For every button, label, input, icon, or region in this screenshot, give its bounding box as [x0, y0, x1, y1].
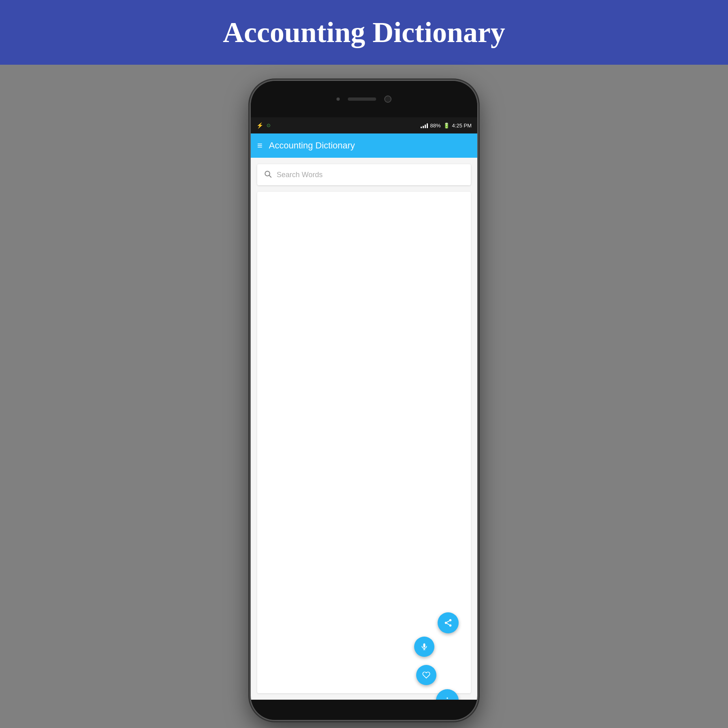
screen-content: Search Words: [251, 158, 477, 700]
svg-point-10: [447, 698, 448, 699]
svg-point-4: [449, 624, 452, 627]
earpiece: [348, 97, 376, 101]
favorite-button[interactable]: [416, 665, 436, 685]
clock: 4:25 PM: [452, 123, 472, 129]
share-button[interactable]: [438, 612, 459, 633]
battery-percentage: 88%: [430, 123, 441, 129]
signal-bar-1: [421, 127, 422, 128]
app-toolbar: ≡ Accounting Dictionary: [251, 133, 477, 158]
hamburger-menu-icon[interactable]: ≡: [257, 140, 262, 151]
front-camera: [384, 95, 392, 103]
signal-strength-icon: [421, 123, 428, 128]
search-placeholder[interactable]: Search Words: [277, 171, 323, 179]
content-card: [257, 192, 471, 693]
search-box[interactable]: Search Words: [257, 164, 471, 185]
svg-point-3: [445, 622, 447, 624]
usb-icon: ⚡: [256, 122, 263, 129]
battery-icon: 🔋: [443, 123, 450, 129]
phone-top-bezel: [251, 81, 477, 117]
status-right-info: 88% 🔋 4:25 PM: [421, 123, 472, 129]
svg-point-2: [449, 619, 452, 622]
signal-bar-4: [427, 123, 428, 128]
banner-title: Accounting Dictionary: [223, 16, 505, 49]
svg-line-5: [447, 623, 449, 625]
notification-icon: ⊙: [267, 123, 271, 128]
front-sensor: [336, 97, 340, 101]
status-left-icons: ⚡ ⊙: [256, 122, 271, 129]
phone-bottom-bezel: [251, 700, 477, 720]
signal-bar-2: [423, 126, 424, 128]
mic-button[interactable]: [414, 637, 434, 657]
background-area: ⚡ ⊙ 88% 🔋 4:25 PM ≡ Accounting Dictionar…: [0, 65, 728, 728]
search-icon: [264, 170, 272, 180]
status-bar: ⚡ ⊙ 88% 🔋 4:25 PM: [251, 117, 477, 133]
svg-line-1: [269, 175, 271, 177]
more-options-button[interactable]: [436, 689, 459, 700]
top-banner: Accounting Dictionary: [0, 0, 728, 65]
app-title: Accounting Dictionary: [269, 140, 355, 151]
signal-bar-3: [425, 125, 426, 128]
svg-rect-7: [423, 643, 425, 648]
svg-line-6: [447, 621, 449, 622]
search-container: Search Words: [251, 158, 477, 188]
phone-device: ⚡ ⊙ 88% 🔋 4:25 PM ≡ Accounting Dictionar…: [251, 81, 477, 720]
